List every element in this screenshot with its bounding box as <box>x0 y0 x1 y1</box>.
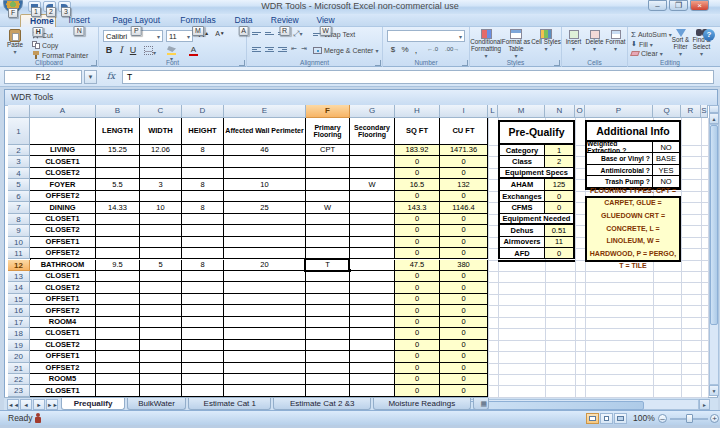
font-dialog-launcher[interactable] <box>239 60 245 66</box>
column-header-M[interactable]: M <box>498 105 545 118</box>
cell-D2[interactable]: 8 <box>182 145 224 156</box>
cell-E13[interactable] <box>224 271 306 282</box>
cell-B11[interactable] <box>96 248 140 259</box>
cell-F16[interactable] <box>306 305 350 316</box>
column-header-S[interactable]: S <box>701 105 708 118</box>
alignment-dialog-launcher[interactable] <box>375 60 381 66</box>
next-sheet-button[interactable]: ► <box>33 399 45 410</box>
orientation-button[interactable]: ⤢▾ <box>293 29 302 39</box>
decrease-indent-button[interactable]: ⇤ <box>291 45 297 53</box>
cell-F7[interactable]: W <box>306 202 350 213</box>
percent-button[interactable]: % <box>400 45 410 54</box>
format-painter-button[interactable]: Format Painter <box>32 51 88 59</box>
cell-G23[interactable] <box>350 385 395 396</box>
cell-E10[interactable] <box>224 237 306 248</box>
row-header-15[interactable]: 15 <box>8 294 30 305</box>
column-header-C[interactable]: C <box>140 105 182 118</box>
cell-B14[interactable] <box>96 282 140 293</box>
number-format-select[interactable]: ▾ <box>387 30 465 42</box>
cell-I10[interactable]: 0 <box>440 237 488 248</box>
row-header-8[interactable]: 8 <box>8 214 30 225</box>
cell-G14[interactable] <box>350 282 395 293</box>
cell-B10[interactable] <box>96 237 140 248</box>
cell-A22[interactable]: ROOM5 <box>30 374 96 385</box>
cell-F18[interactable] <box>306 328 350 339</box>
cell-B23[interactable] <box>96 385 140 396</box>
cell-H14[interactable]: 0 <box>395 282 440 293</box>
cell-E12[interactable]: 20 <box>224 260 306 271</box>
cell-A16[interactable]: OFFSET2 <box>30 305 96 316</box>
cell-E4[interactable] <box>224 168 306 179</box>
cell-A13[interactable]: CLOSET1 <box>30 271 96 282</box>
tab-view[interactable]: ViewW <box>307 14 343 27</box>
restore-button[interactable]: ❐ <box>669 0 688 11</box>
cell-H5[interactable]: 16.5 <box>395 179 440 190</box>
cell-A6[interactable]: OFFSET2 <box>30 191 96 202</box>
cell-E22[interactable] <box>224 374 306 385</box>
cell-C11[interactable] <box>140 248 182 259</box>
bold-button[interactable]: B <box>104 45 114 55</box>
cell-H3[interactable]: 0 <box>395 156 440 167</box>
cell-F22[interactable] <box>306 374 350 385</box>
first-sheet-button[interactable]: ◄◄ <box>7 399 19 410</box>
cell-G22[interactable] <box>350 374 395 385</box>
autosum-button[interactable]: Σ AutoSum▾ <box>631 30 672 39</box>
cell-H23[interactable]: 0 <box>395 385 440 396</box>
italic-button[interactable]: I <box>116 45 126 55</box>
hscroll-right-arrow[interactable]: ► <box>699 399 710 410</box>
additional-info-value-0[interactable]: NO <box>653 142 681 153</box>
cell-A1[interactable] <box>30 118 96 145</box>
cell-E17[interactable] <box>224 317 306 328</box>
cell-C17[interactable] <box>140 317 182 328</box>
select-all-corner[interactable] <box>8 105 30 118</box>
cell-C10[interactable] <box>140 237 182 248</box>
column-header-L[interactable]: L <box>488 105 498 118</box>
vscroll-down-arrow[interactable]: ▼ <box>709 385 719 396</box>
cell-B5[interactable]: 5.5 <box>96 179 140 190</box>
align-left-icon[interactable] <box>252 46 262 53</box>
prequalify-value-7[interactable]: 0.51 <box>545 225 575 236</box>
cell-H18[interactable]: 0 <box>395 328 440 339</box>
cell-A20[interactable]: OFFSET1 <box>30 351 96 362</box>
cell-B12[interactable]: 9.5 <box>96 260 140 271</box>
cell-H6[interactable]: 0 <box>395 191 440 202</box>
sheet-tab-estimate-cat-1[interactable]: Estimate Cat 1 <box>188 398 271 410</box>
sheet-tab-bulkwater[interactable]: BulkWater <box>127 398 186 410</box>
column-header-G[interactable]: G <box>350 105 395 118</box>
column-header-P[interactable]: P <box>585 105 653 118</box>
cell-I19[interactable]: 0 <box>440 340 488 351</box>
cell-E18[interactable] <box>224 328 306 339</box>
cell-A5[interactable]: FOYER <box>30 179 96 190</box>
cell-B1[interactable]: LENGTH <box>96 118 140 145</box>
cell-B21[interactable] <box>96 363 140 374</box>
cell-E19[interactable] <box>224 340 306 351</box>
insert-function-button[interactable]: fx <box>102 70 120 84</box>
zoom-out-button[interactable]: – <box>658 414 667 423</box>
cell-H9[interactable]: 0 <box>395 225 440 236</box>
insert-cells-button[interactable]: Insert▾ <box>563 30 584 53</box>
cell-H13[interactable]: 0 <box>395 271 440 282</box>
cell-B2[interactable]: 15.25 <box>96 145 140 156</box>
tab-data[interactable]: DataA <box>225 14 261 27</box>
cell-I9[interactable]: 0 <box>440 225 488 236</box>
tab-page-layout[interactable]: Page LayoutP <box>102 14 171 27</box>
cell-H19[interactable]: 0 <box>395 340 440 351</box>
cell-E9[interactable] <box>224 225 306 236</box>
cell-F4[interactable] <box>306 168 350 179</box>
cell-H1[interactable]: SQ FT <box>395 118 440 145</box>
row-header-16[interactable]: 16 <box>8 305 30 316</box>
cell-C22[interactable] <box>140 374 182 385</box>
cell-C15[interactable] <box>140 294 182 305</box>
cell-D23[interactable] <box>182 385 224 396</box>
horizontal-scrollbar[interactable] <box>455 399 699 410</box>
cell-A4[interactable]: CLOSET2 <box>30 168 96 179</box>
cell-D20[interactable] <box>182 351 224 362</box>
cell-H7[interactable]: 143.3 <box>395 202 440 213</box>
cell-F5[interactable] <box>306 179 350 190</box>
additional-info-value-2[interactable]: YES <box>653 165 681 176</box>
cell-I3[interactable]: 0 <box>440 156 488 167</box>
cell-H16[interactable]: 0 <box>395 305 440 316</box>
cell-D7[interactable]: 8 <box>182 202 224 213</box>
cell-I23[interactable]: 0 <box>440 385 488 396</box>
cell-G6[interactable] <box>350 191 395 202</box>
